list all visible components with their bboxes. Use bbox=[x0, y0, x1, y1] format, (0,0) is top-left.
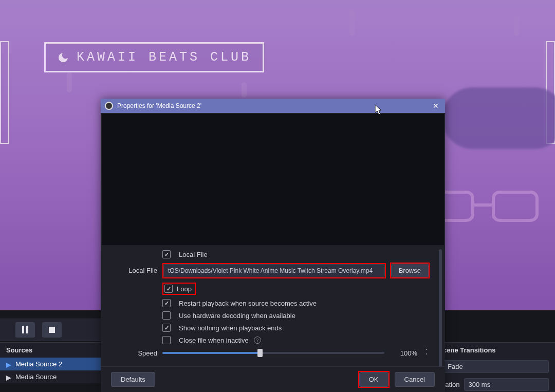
local-file-checkbox[interactable] bbox=[162, 250, 171, 258]
help-icon[interactable]: ? bbox=[254, 337, 261, 344]
close-inactive-label: Close file when inactive bbox=[179, 337, 249, 344]
local-file-checkbox-label: Local File bbox=[179, 251, 208, 258]
properties-dialog: Properties for 'Media Source 2' ✕ Local … bbox=[101, 99, 445, 392]
decorative-cloud bbox=[442, 87, 555, 149]
source-item-media-source[interactable]: Media Source bbox=[0, 370, 103, 383]
hw-decode-checkbox[interactable] bbox=[162, 311, 171, 320]
loop-label: Loop bbox=[177, 285, 192, 293]
speed-label: Speed bbox=[116, 349, 162, 357]
decorative-drip bbox=[514, 15, 519, 36]
browse-button[interactable]: Browse bbox=[391, 264, 429, 277]
slider-thumb[interactable] bbox=[257, 349, 263, 357]
speed-slider[interactable] bbox=[162, 352, 384, 354]
dialog-titlebar[interactable]: Properties for 'Media Source 2' ✕ bbox=[101, 99, 445, 113]
transport-panel bbox=[0, 319, 103, 341]
dialog-footer: Defaults OK Cancel bbox=[101, 366, 445, 392]
decorative-side-left bbox=[0, 41, 9, 144]
close-icon[interactable]: ✕ bbox=[431, 101, 441, 111]
ok-button[interactable]: OK bbox=[359, 372, 388, 387]
source-item-media-source-2[interactable]: Media Source 2 bbox=[0, 358, 103, 370]
scrollbar[interactable] bbox=[439, 249, 442, 366]
overlay-title-box: KAWAII BEATS CLUB bbox=[44, 42, 264, 72]
svg-rect-5 bbox=[49, 327, 55, 333]
show-nothing-checkbox[interactable] bbox=[162, 324, 171, 332]
play-icon bbox=[6, 362, 11, 367]
close-inactive-checkbox[interactable] bbox=[162, 336, 171, 344]
svg-rect-3 bbox=[22, 326, 24, 333]
cancel-button[interactable]: Cancel bbox=[395, 372, 435, 387]
chevron-down-icon[interactable]: ˅ bbox=[423, 353, 430, 358]
decorative-drip bbox=[242, 82, 247, 98]
scene-transitions-panel: cene Transitions Fade ration 300 ms bbox=[437, 342, 555, 392]
duration-input[interactable]: 300 ms bbox=[464, 378, 549, 391]
restart-checkbox[interactable] bbox=[162, 299, 171, 307]
speed-spinner[interactable]: ˄ ˅ bbox=[423, 348, 430, 358]
show-nothing-label: Show nothing when playback ends bbox=[179, 324, 282, 332]
dialog-preview-area bbox=[102, 114, 444, 245]
hw-decode-label: Use hardware decoding when available bbox=[179, 312, 295, 320]
moon-icon bbox=[57, 51, 69, 64]
restart-label: Restart playback when source becomes act… bbox=[179, 300, 317, 307]
svg-rect-4 bbox=[26, 326, 28, 333]
transitions-header: cene Transitions bbox=[437, 343, 555, 358]
local-file-row-label: Local File bbox=[116, 267, 162, 274]
duration-label: ration bbox=[443, 381, 460, 388]
play-icon bbox=[6, 375, 11, 380]
loop-checkbox[interactable] bbox=[164, 285, 173, 293]
sources-header: Sources bbox=[0, 343, 103, 358]
sources-panel: Sources Media Source 2 Media Source bbox=[0, 342, 103, 383]
transition-select[interactable]: Fade bbox=[443, 360, 549, 373]
obs-icon bbox=[105, 102, 113, 110]
dialog-body: Local File Local File tOS/Downloads/Viol… bbox=[101, 246, 445, 366]
local-file-input[interactable]: tOS/Downloads/Violet Pink White Anime Mu… bbox=[163, 264, 385, 277]
stop-button[interactable] bbox=[42, 322, 62, 338]
source-label: Media Source bbox=[15, 373, 57, 381]
decorative-drip bbox=[67, 72, 72, 92]
chevron-up-icon[interactable]: ˄ bbox=[423, 348, 430, 353]
decorative-drip bbox=[349, 10, 355, 36]
defaults-button[interactable]: Defaults bbox=[111, 372, 155, 387]
pause-button[interactable] bbox=[15, 322, 35, 338]
dialog-title: Properties for 'Media Source 2' bbox=[117, 102, 427, 109]
speed-value: 100% bbox=[388, 349, 419, 357]
source-label: Media Source 2 bbox=[15, 360, 62, 368]
svg-rect-1 bbox=[493, 192, 537, 220]
overlay-title-text: KAWAII BEATS CLUB bbox=[77, 50, 251, 65]
